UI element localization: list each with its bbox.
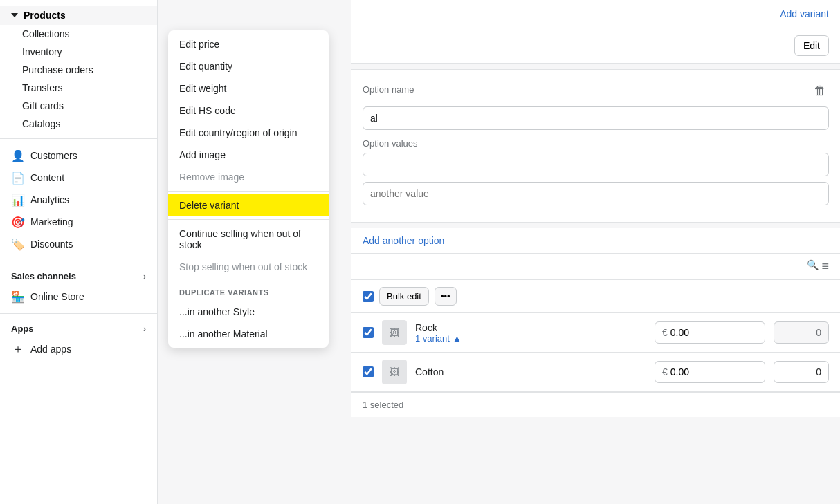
chevron-up-icon: ▲ <box>453 333 462 344</box>
sidebar-item-customers[interactable]: 👤Customers <box>0 144 157 167</box>
sidebar: Products CollectionsInventoryPurchase or… <box>0 0 158 504</box>
discounts-icon: 🏷️ <box>11 237 25 251</box>
chevron-down-icon <box>11 13 18 17</box>
sidebar-item-purchase-orders[interactable]: Purchase orders <box>0 61 157 79</box>
sidebar-item-gift-cards[interactable]: Gift cards <box>0 97 157 115</box>
option-value-input-1[interactable] <box>363 153 829 176</box>
table-row: 🖼 Cotton € 0.00 0 <box>351 353 840 392</box>
sidebar-item-catalogs[interactable]: Catalogs <box>0 115 157 133</box>
menu-item-dup-style[interactable]: ...in another Style <box>168 301 329 323</box>
apps-section[interactable]: Apps › <box>0 319 157 338</box>
sales-channels-chevron: › <box>143 272 146 281</box>
filter-icon[interactable]: ≡ <box>821 259 829 274</box>
analytics-icon: 📊 <box>11 193 25 207</box>
select-all-checkbox[interactable] <box>363 291 374 302</box>
rock-variant-info: Rock 1 variant ▲ <box>415 322 646 344</box>
menu-items: Edit priceEdit quantityEdit weightEdit H… <box>168 33 329 278</box>
menu-item-add-image[interactable]: Add image <box>168 144 329 166</box>
add-another-option-link[interactable]: Add another option <box>363 235 444 246</box>
rock-price-value[interactable]: 0.00 <box>670 327 689 338</box>
sales-channels-section[interactable]: Sales channels › <box>0 267 157 286</box>
menu-item-edit-hs-code[interactable]: Edit HS code <box>168 100 329 122</box>
menu-item-edit-country[interactable]: Edit country/region of origin <box>168 122 329 144</box>
cotton-variant-info: Cotton <box>415 366 646 377</box>
menu-divider-after-delete <box>168 219 329 220</box>
menu-item-dup-material[interactable]: ...in another Material <box>168 323 329 345</box>
marketing-icon: 🎯 <box>11 215 25 229</box>
add-option-row: Add another option <box>351 228 840 254</box>
menu-item-edit-price[interactable]: Edit price <box>168 33 329 55</box>
sidebar-divider-3 <box>0 313 157 314</box>
variants-table: Bulk edit ••• 🖼 Rock 1 variant ▲ € 0.00 <box>351 280 840 417</box>
table-row: 🖼 Rock 1 variant ▲ € 0.00 0 <box>351 313 840 353</box>
add-variant-link[interactable]: Add variant <box>780 8 829 19</box>
sidebar-item-transfers[interactable]: Transfers <box>0 79 157 97</box>
rock-subtitle[interactable]: 1 variant ▲ <box>415 333 646 344</box>
panel-section-edit: Edit <box>351 28 840 64</box>
menu-item-stop-selling: Stop selling when out of stock <box>168 256 329 278</box>
panel-top-bar: Add variant <box>351 0 840 28</box>
menu-divider-dup <box>168 281 329 281</box>
sidebar-divider <box>0 138 157 139</box>
sidebar-item-marketing[interactable]: 🎯Marketing <box>0 211 157 233</box>
option-value-row-1 <box>363 153 829 176</box>
sidebar-item-inventory[interactable]: Inventory <box>0 43 157 61</box>
cotton-price-value[interactable]: 0.00 <box>670 366 689 377</box>
selected-count-label: 1 selected <box>363 400 403 410</box>
rock-price-input[interactable]: € 0.00 <box>655 321 765 344</box>
search-filter-icons[interactable]: 🔍 ≡ <box>807 259 829 274</box>
menu-item-continue-selling[interactable]: Continue selling when out of stock <box>168 223 329 256</box>
rock-title: Rock <box>415 322 646 333</box>
sidebar-main-items: 👤Customers📄Content📊Analytics🎯Marketing🏷️… <box>0 144 157 255</box>
cotton-checkbox[interactable] <box>363 366 374 377</box>
option-name-section: Option name 🗑 Option values <box>351 69 840 223</box>
sidebar-item-add-apps[interactable]: ＋ Add apps <box>0 338 157 360</box>
sidebar-item-products[interactable]: Products <box>0 6 157 25</box>
sidebar-item-collections[interactable]: Collections <box>0 25 157 43</box>
sidebar-item-analytics[interactable]: 📊Analytics <box>0 189 157 211</box>
menu-item-edit-quantity[interactable]: Edit quantity <box>168 55 329 77</box>
option-name-input[interactable] <box>363 106 829 130</box>
search-filter-row: 🔍 ≡ <box>351 254 840 280</box>
customers-icon: 👤 <box>11 149 25 162</box>
store-icon: 🏪 <box>11 290 25 304</box>
option-value-row-2 <box>363 182 829 205</box>
content-icon: 📄 <box>11 171 25 185</box>
bulk-edit-row: Bulk edit ••• <box>351 280 840 313</box>
sidebar-item-discounts[interactable]: 🏷️Discounts <box>0 233 157 255</box>
right-panel: Add variant Edit Option name 🗑 Option va… <box>351 0 840 504</box>
option-value-input-2[interactable] <box>363 182 829 205</box>
context-menu: Edit priceEdit quantityEdit weightEdit H… <box>168 30 329 348</box>
selected-count-bar: 1 selected <box>351 392 840 417</box>
bulk-edit-button[interactable]: Bulk edit <box>379 287 429 306</box>
apps-chevron: › <box>143 324 146 334</box>
rock-checkbox[interactable] <box>363 327 374 338</box>
sidebar-divider-2 <box>0 261 157 261</box>
more-options-button[interactable]: ••• <box>435 287 457 306</box>
cotton-thumbnail: 🖼 <box>382 360 407 384</box>
duplicate-section-title: DUPLICATE VARIANTS <box>168 284 329 301</box>
cotton-title: Cotton <box>415 366 646 377</box>
menu-item-delete-variant[interactable]: Delete variant <box>168 194 329 216</box>
rock-qty-input: 0 <box>774 321 829 344</box>
menu-item-edit-weight[interactable]: Edit weight <box>168 77 329 100</box>
cotton-qty-input[interactable]: 0 <box>774 361 829 383</box>
euro-symbol-2: € <box>662 366 668 377</box>
rock-thumbnail: 🖼 <box>382 320 407 345</box>
sidebar-item-content[interactable]: 📄Content <box>0 167 157 189</box>
menu-item-remove-image: Remove image <box>168 166 329 188</box>
option-values-label: Option values <box>363 138 829 149</box>
main-content: Edit priceEdit quantityEdit weightEdit H… <box>158 0 840 504</box>
search-icon[interactable]: 🔍 <box>807 259 819 274</box>
delete-icon[interactable]: 🗑 <box>811 81 829 101</box>
add-apps-icon: ＋ <box>11 342 25 356</box>
edit-button[interactable]: Edit <box>794 35 829 56</box>
products-sub-menu: CollectionsInventoryPurchase ordersTrans… <box>0 25 157 133</box>
option-name-label: Option name <box>363 84 414 95</box>
duplicate-items: ...in another Style...in another Materia… <box>168 301 329 345</box>
menu-divider-before-delete <box>168 191 329 192</box>
euro-symbol: € <box>662 327 668 338</box>
sidebar-item-online-store[interactable]: 🏪 Online Store <box>0 286 157 308</box>
cotton-price-input[interactable]: € 0.00 <box>655 361 765 383</box>
